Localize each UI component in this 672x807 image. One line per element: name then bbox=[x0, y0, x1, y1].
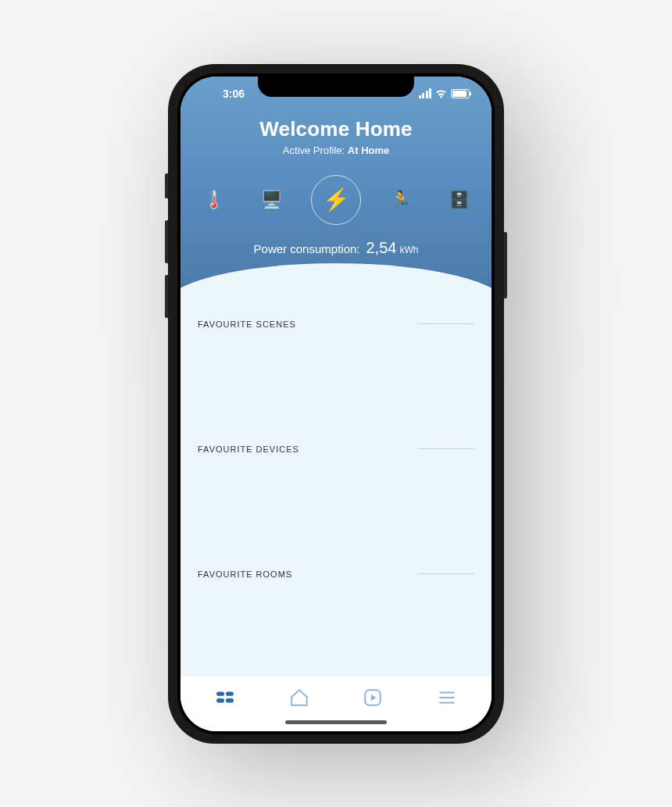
home-icon bbox=[289, 687, 309, 711]
section-favourite-devices: FAVOURITE DEVICES bbox=[198, 445, 474, 570]
volume-down-button bbox=[165, 275, 168, 318]
oven-icon: 🖥️ bbox=[261, 190, 282, 210]
page-title: Welcome Home bbox=[181, 117, 491, 141]
section-title: FAVOURITE ROOMS bbox=[198, 570, 292, 579]
quick-action-fridge[interactable]: 🗄️ bbox=[440, 181, 477, 219]
clock: 3:06 bbox=[202, 87, 265, 100]
quick-action-oven[interactable]: 🖥️ bbox=[253, 181, 291, 219]
active-profile: Active Profile: At Home bbox=[181, 145, 491, 156]
header: Welcome Home Active Profile: At Home 🌡️ … bbox=[181, 77, 491, 288]
tab-dashboard[interactable] bbox=[204, 682, 246, 716]
fridge-icon: 🗄️ bbox=[449, 190, 470, 210]
dashboard-icon bbox=[215, 687, 235, 711]
section-title: FAVOURITE SCENES bbox=[198, 320, 296, 329]
running-icon: 🏃 bbox=[390, 190, 411, 210]
power-consumption: Power consumption: 2,54 kWh bbox=[181, 239, 491, 257]
profile-label: Active Profile: bbox=[283, 145, 345, 156]
section-divider bbox=[418, 323, 474, 324]
quick-actions: 🌡️ 🖥️ ⚡ 🏃 🗄️ bbox=[181, 156, 491, 225]
svg-rect-3 bbox=[226, 698, 234, 702]
wifi-icon bbox=[435, 89, 447, 98]
tab-menu[interactable] bbox=[426, 682, 468, 716]
battery-icon bbox=[451, 89, 470, 98]
tab-scenes[interactable] bbox=[352, 682, 394, 716]
main-content[interactable]: FAVOURITE SCENES FAVOURITE DEVICES FAVOU… bbox=[181, 288, 491, 677]
app-screen: 3:06 Welcome Home Active Profile: At Hom… bbox=[181, 77, 491, 731]
cellular-icon bbox=[419, 88, 432, 98]
profile-value: At Home bbox=[348, 145, 389, 156]
quick-action-power[interactable]: ⚡ bbox=[311, 175, 361, 225]
phone-frame: 3:06 Welcome Home Active Profile: At Hom… bbox=[168, 64, 504, 744]
power-unit: kWh bbox=[399, 245, 418, 255]
power-value: 2,54 bbox=[366, 239, 396, 257]
svg-rect-0 bbox=[216, 691, 224, 695]
menu-icon bbox=[437, 687, 457, 711]
notch bbox=[258, 73, 414, 97]
section-favourite-scenes: FAVOURITE SCENES bbox=[198, 320, 474, 445]
section-title: FAVOURITE DEVICES bbox=[198, 445, 299, 454]
section-divider bbox=[418, 448, 474, 449]
svg-rect-1 bbox=[226, 691, 234, 695]
section-favourite-rooms: FAVOURITE ROOMS bbox=[198, 570, 474, 677]
tab-home[interactable] bbox=[278, 682, 320, 716]
volume-up-button bbox=[165, 220, 168, 263]
home-indicator[interactable] bbox=[285, 720, 387, 724]
power-label: Power consumption: bbox=[254, 242, 360, 255]
section-divider bbox=[418, 573, 474, 574]
svg-rect-2 bbox=[216, 698, 224, 702]
power-button bbox=[504, 232, 507, 298]
play-icon bbox=[363, 687, 383, 711]
bolt-icon: ⚡ bbox=[323, 187, 350, 212]
thermometer-icon: 🌡️ bbox=[203, 190, 224, 210]
quick-action-motion[interactable]: 🏃 bbox=[382, 181, 420, 219]
quick-action-thermometer[interactable]: 🌡️ bbox=[195, 181, 232, 219]
silence-switch bbox=[165, 173, 168, 198]
